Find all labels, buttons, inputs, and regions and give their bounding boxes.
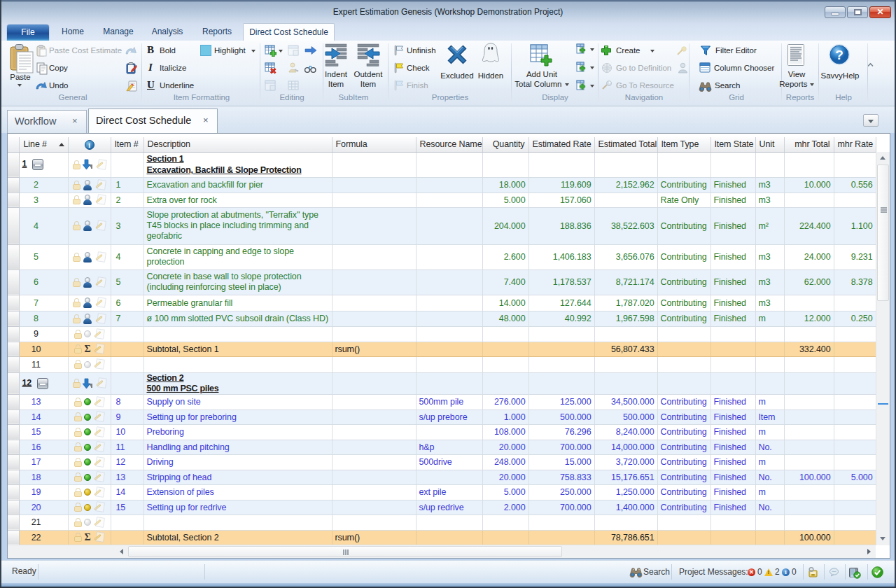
svg-text:?: ? bbox=[835, 48, 844, 62]
